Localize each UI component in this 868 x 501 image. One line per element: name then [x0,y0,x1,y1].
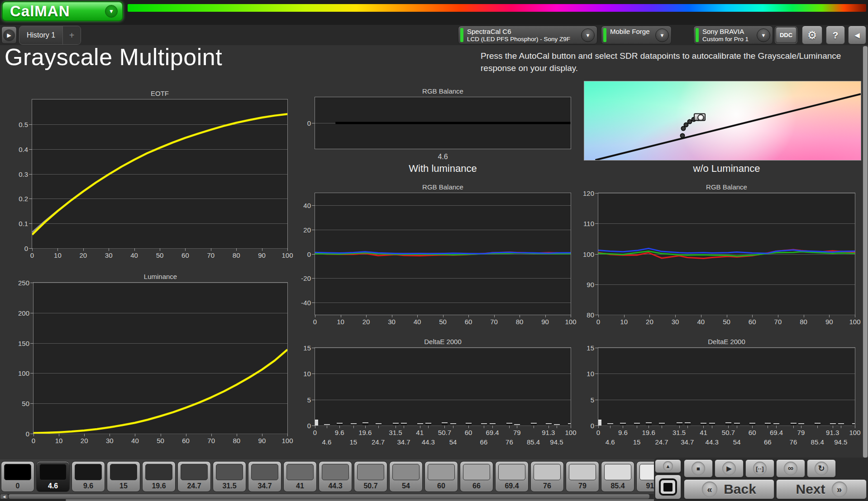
display-dropdown[interactable]: Sony BRAVIA Custom for Pro 1 ▼ [693,26,773,44]
delta-e-bar [607,423,613,425]
x-tick-mark [728,425,729,428]
grayscale-swatch-button[interactable]: 41 [283,461,317,492]
grayscale-swatch-button[interactable]: 19.6 [142,461,176,492]
x-tick-label: 66 [764,438,772,446]
grayscale-swatch-button[interactable]: 24.7 [177,461,211,492]
collapse-panel-button[interactable]: ◀ [848,26,866,44]
vertical-scrollbar-thumb[interactable] [863,46,868,458]
x-tick-mark [315,425,315,428]
rgb-balance-with-luminance-chart: RGB Balance-40-2002040010203040506070809… [315,193,571,315]
grayscale-swatch-button[interactable]: 50.7 [354,461,387,492]
swatch-patch [498,464,525,480]
grayscale-swatch-button[interactable]: 76 [530,461,564,492]
y-tick-label: 0.1 [19,220,28,227]
chevron-down-icon[interactable]: ▼ [581,28,595,42]
grayscale-swatch-button[interactable]: 0 [1,461,34,492]
grayscale-swatch-button[interactable]: 4.6 [36,461,70,492]
grayscale-swatch-button[interactable]: 60 [424,461,458,492]
continuous-read-button[interactable]: ∞ [776,459,805,477]
y-tick-label: -20 [301,274,311,282]
grayscale-swatch-button[interactable]: 69.4 [495,461,529,492]
back-chevrons-icon: « [702,482,717,497]
tab-history-1[interactable]: History 1 [19,26,62,44]
grayscale-swatch-button[interactable]: 31.5 [213,461,246,492]
y-tick-label: 150 [18,339,29,347]
vertical-scrollbar[interactable] [863,45,868,459]
x-tick-label: 24.7 [372,438,385,446]
grayscale-swatch-button[interactable]: 15 [107,461,140,492]
grayscale-swatch-button[interactable]: 85.4 [601,461,634,492]
without-luminance-label: w/o Luminance [598,163,855,175]
delta-e-bar [393,423,399,425]
ddc-button[interactable]: DDC [776,27,796,43]
stop-button[interactable]: ■ [684,459,713,477]
grayscale-swatch-button[interactable]: 9.6 [72,461,105,492]
session-nav-button[interactable]: ▶ [1,26,17,44]
meter-dropdown[interactable]: SpectraCal C6 LCD (LED PFS Phosphor) - S… [458,26,597,44]
x-tick-mark [428,425,429,428]
chart-title: DeltaE 2000 [315,338,571,345]
x-tick-label: 90 [258,437,266,444]
source-dropdown[interactable]: Mobile Forge ▼ [601,26,672,44]
swatch-label: 44.3 [319,482,352,490]
grayscale-swatch-button[interactable]: 54 [389,461,423,492]
read-series-button[interactable]: [··] [745,459,774,477]
y-tick-label: 250 [18,279,29,287]
with-luminance-label: With luminance [315,163,571,175]
pattern-window-button[interactable] [655,475,681,499]
delta-e-bar [830,423,836,425]
read-button[interactable]: ▶ [715,459,744,477]
swatch-scrollbar[interactable]: ◀ [0,494,653,499]
x-tick-mark [679,425,680,428]
x-tick-mark [545,315,546,317]
y-tick-mark [595,425,598,426]
source-name: Mobile Forge [610,28,650,35]
stop-icon: ■ [692,462,705,475]
back-button[interactable]: « Back [684,479,774,499]
x-tick-mark [185,248,186,251]
y-tick-mark [29,248,32,249]
x-tick-mark [287,248,288,251]
grayscale-swatch-button[interactable]: 44.3 [319,461,352,492]
y-tick-label: 0.2 [19,195,28,203]
x-tick-mark [494,315,495,317]
grayscale-swatch-button[interactable]: 34.7 [248,461,281,492]
plot-area [315,193,571,315]
grayscale-swatch-button[interactable]: 79 [566,461,599,492]
series-blue [598,193,855,315]
calman-logo-button[interactable]: CalMAN ▼ [2,1,123,21]
y-tick-mark [312,205,315,206]
x-tick-mark [365,425,366,428]
x-tick-label: 0 [596,429,600,436]
next-button[interactable]: Next » [776,479,867,499]
swatch-scrollbar-thumb[interactable] [9,494,649,499]
delta-e-bar [417,423,423,425]
x-tick-mark [366,315,367,317]
series-measured [32,99,287,248]
expand-up-button[interactable]: ▲ [655,459,681,473]
x-tick-mark [687,425,688,428]
logo-dropdown-icon[interactable]: ▼ [105,5,118,18]
x-tick-mark [637,425,637,428]
add-tab-button[interactable]: + [62,26,81,44]
x-tick-label: 76 [506,438,513,446]
delta-e-bar [554,424,560,425]
settings-button[interactable]: ⚙ [802,26,822,44]
swatch-patch [110,464,137,480]
plot-area [315,97,571,149]
x-tick-label: 41 [700,429,707,436]
scroll-left-button[interactable]: ◀ [0,494,8,499]
chevron-down-icon[interactable]: ▼ [757,28,770,42]
swatch-label: 69.4 [496,482,528,490]
source-status-indicator [603,28,606,42]
x-tick-label: 40 [697,318,705,326]
x-tick-label: 70 [490,318,498,326]
chevron-down-icon[interactable]: ▼ [655,28,669,42]
help-button[interactable]: ? [826,26,845,44]
autocal-button[interactable]: ↻ [807,459,836,477]
x-tick-mark [83,248,84,251]
grayscale-swatch-button[interactable]: 66 [460,461,493,492]
x-tick-label: 50 [157,437,164,444]
x-tick-mark [737,425,737,428]
y-tick-label: 90 [587,280,594,288]
